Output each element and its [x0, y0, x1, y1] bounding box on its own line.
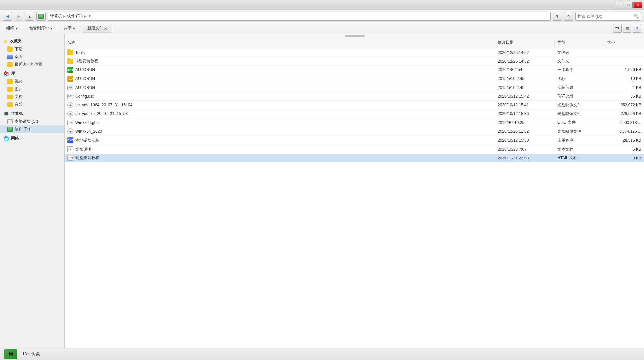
forward-button[interactable]: ▶ — [14, 12, 23, 21]
sidebar-item-downloads[interactable]: 下载 — [0, 45, 64, 53]
view-toggle-button[interactable]: ≡▾ — [613, 24, 622, 33]
table-row[interactable]: ◉ Win7x64_2020 2020/12/25 11:32 光盘映像文件 3… — [65, 127, 644, 136]
header-name[interactable]: 名称 — [65, 38, 495, 47]
music-label: 音乐 — [15, 102, 22, 107]
star-icon: ★ — [3, 39, 8, 44]
sidebar-favorites-title[interactable]: ★ 收藏夹 — [0, 37, 64, 45]
close-button[interactable]: ✕ — [633, 2, 642, 8]
sidebar-network-title[interactable]: 🌐 网络 — [0, 134, 64, 143]
file-type: DAT 文件 — [557, 93, 574, 99]
share-dropdown-icon: ▾ — [73, 26, 75, 31]
table-row[interactable]: GHO Win7x64.gho 2019/9/7 19:25 GHO 文件 2,… — [65, 118, 644, 127]
drive-c-icon — [7, 119, 13, 124]
sidebar-computer-title[interactable]: 💻 计算机 — [0, 110, 64, 118]
sidebar-item-pictures[interactable]: 图片 — [0, 85, 64, 93]
organize-button[interactable]: 组织 ▾ — [3, 24, 21, 33]
up-button[interactable]: ▲ — [25, 12, 34, 21]
table-row[interactable]: INF AUTORUN 2015/5/10 2:45 安装信息 1 KB — [65, 83, 644, 92]
file-date: 2019/9/7 19:25 — [498, 120, 524, 125]
table-row[interactable]: ICO AUTORUN 2015/5/10 2:45 图标 10 KB — [65, 74, 644, 83]
search-box[interactable]: 🔍 — [575, 12, 641, 21]
status-logo: 🖥 — [4, 349, 17, 359]
table-row[interactable]: EXE 本地硬盘安装 2020/10/12 15:30 应用程序 28,315 … — [65, 136, 644, 145]
file-cell-size: 652,072 KB — [604, 101, 644, 109]
file-cell-date: 2020/12/25 14:52 — [495, 57, 555, 65]
sidebar-item-recent[interactable]: 最近访问的位置 — [0, 61, 64, 68]
breadcrumb-sep-1: ▶ — [63, 14, 66, 18]
file-name: Tools — [75, 50, 85, 55]
sidebar-item-drive-d[interactable]: 软件 (D:) — [0, 125, 64, 133]
file-cell-type: 光盘映像文件 — [555, 101, 604, 109]
new-folder-button[interactable]: 新建文件夹 — [83, 24, 111, 33]
preview-pane-button[interactable]: ▤ — [623, 24, 631, 33]
table-row[interactable]: U盘安装教程 2020/12/25 14:52 文件夹 — [65, 57, 644, 66]
downloads-label: 下载 — [15, 46, 22, 52]
file-size: 1,926 KB — [625, 68, 641, 72]
breadcrumb-drive[interactable]: 软件 (D:) — [67, 13, 83, 19]
file-name: AUTORUN — [75, 68, 95, 72]
header-size[interactable]: 大小 — [604, 38, 644, 47]
sidebar-item-music[interactable]: 音乐 — [0, 101, 64, 108]
file-cell-date: 2020/10/12 15:42 — [495, 92, 555, 100]
table-row[interactable]: DAT Config.dat 2020/10/12 15:42 DAT 文件 3… — [65, 92, 644, 101]
file-cell-date: 2020/10/12 15:36 — [495, 110, 555, 118]
file-name: Win7x64.gho — [75, 120, 99, 125]
file-size: 28,315 KB — [623, 138, 641, 143]
status-bar: 🖥 13 个对象 — [0, 348, 644, 360]
maximize-button[interactable]: □ — [624, 2, 633, 8]
sidebar-library-title[interactable]: 📚 库 — [0, 69, 64, 78]
file-cell-date: 2015/5/10 2:45 — [495, 83, 555, 92]
sidebar-section-computer: 💻 计算机 本地磁盘 (C:) 软件 (D:) — [0, 110, 64, 133]
desktop-label: 桌面 — [15, 54, 22, 60]
file-cell-type: 文件夹 — [555, 57, 604, 65]
file-name: AUTORUN — [75, 85, 95, 90]
file-cell-size: 2,900,813 ... — [604, 118, 644, 127]
table-row[interactable]: ◉ pe_yqs_xp_20_07_31_15_53 2020/10/12 15… — [65, 110, 644, 118]
documents-label: 文档 — [15, 94, 22, 100]
back-button[interactable]: ◀ — [3, 12, 12, 21]
search-input[interactable] — [578, 14, 633, 19]
breadcrumb-dropdown[interactable]: ▼ — [88, 14, 91, 18]
table-row[interactable]: EXE AUTORUN 2016/1/8 4:54 应用程序 1,926 KB — [65, 66, 644, 74]
drive-icon-breadcrumb — [36, 12, 46, 21]
file-cell-date: 2015/5/10 2:45 — [495, 74, 555, 83]
sidebar-item-video[interactable]: 视频 — [0, 78, 64, 85]
file-type: 安装信息 — [557, 85, 573, 90]
search-icon: 🔍 — [634, 14, 639, 19]
sidebar-item-desktop[interactable]: 桌面 — [0, 53, 64, 61]
file-type: 图标 — [557, 76, 565, 82]
sidebar-item-documents[interactable]: 文档 — [0, 93, 64, 101]
table-row[interactable]: Tools 2020/12/25 14:52 文件夹 — [65, 48, 644, 57]
window-controls: ─ □ ✕ — [615, 2, 642, 8]
header-date[interactable]: 修改日期 — [495, 38, 555, 47]
file-name: AUTORUN — [75, 76, 95, 81]
file-type: 应用程序 — [557, 67, 573, 73]
organize-dropdown-icon: ▾ — [16, 26, 18, 31]
documents-folder-icon — [7, 95, 13, 99]
help-button[interactable]: ? — [633, 24, 641, 33]
recent-label: 最近访问的位置 — [15, 62, 42, 67]
file-type: 文件夹 — [557, 58, 569, 64]
main-container: ★ 收藏夹 下载 桌面 最近访问的位置 📚 库 — [0, 34, 644, 348]
file-size: 36 KB — [630, 94, 641, 99]
breadcrumb-computer[interactable]: 计算机 — [50, 13, 62, 19]
refresh-button[interactable]: ↻ — [564, 12, 573, 21]
recent-icon — [7, 62, 13, 67]
file-type: 文本文档 — [557, 147, 573, 152]
toolbar-divider-1 — [23, 24, 23, 32]
share-button[interactable]: 共享 ▾ — [60, 24, 79, 33]
file-cell-name: ◉ pe_yqs_xp_20_07_31_15_53 — [65, 110, 495, 118]
dropdown-button[interactable]: ▼ — [553, 12, 562, 21]
minimize-button[interactable]: ─ — [615, 2, 623, 8]
file-cell-size: 36 KB — [604, 92, 644, 100]
include-lib-button[interactable]: 包含到库中 ▾ — [25, 24, 56, 33]
organize-label: 组织 — [6, 25, 14, 31]
network-label: 网络 — [11, 136, 19, 141]
table-row[interactable]: ◉ pe_yqs_1064_20_07_31_16_04 2020/10/12 … — [65, 101, 644, 110]
file-date: 2020/12/25 14:52 — [498, 59, 529, 64]
sidebar-item-drive-c[interactable]: 本地磁盘 (C:) — [0, 118, 64, 125]
table-row[interactable]: TXT 光盘说明 2016/10/23 7:07 文本文档 5 KB — [65, 145, 644, 154]
table-row[interactable]: HTM 硬盘安装教程 2016/11/21 22:03 HTML 文档 3 KB — [65, 154, 644, 162]
breadcrumb-bar[interactable]: 计算机 ▶ 软件 (D:) ▶ ▼ — [48, 12, 551, 21]
header-type[interactable]: 类型 — [555, 38, 604, 47]
